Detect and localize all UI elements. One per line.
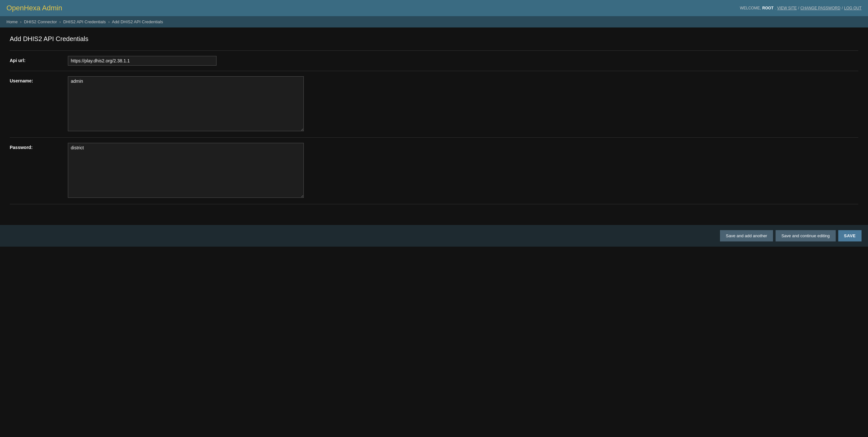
breadcrumb: Home › DHIS2 Connector › DHIS2 API Crede… [0, 16, 868, 28]
main-content: Add DHIS2 API Credentials Api url: Usern… [0, 28, 868, 212]
username-field: admin [68, 76, 858, 132]
password-textarea[interactable]: district [68, 143, 304, 198]
username-label: Username: [10, 76, 68, 84]
breadcrumb-home[interactable]: Home [6, 20, 18, 24]
header-navigation: WELCOME, ROOT . VIEW SITE / CHANGE PASSW… [740, 6, 862, 10]
password-label: Password: [10, 143, 68, 150]
log-out-link[interactable]: LOG OUT [844, 6, 862, 10]
breadcrumb-credentials-list[interactable]: DHIS2 API Credentials [63, 20, 106, 24]
api-url-label: Api url: [10, 56, 68, 63]
breadcrumb-connector[interactable]: DHIS2 Connector [24, 20, 57, 24]
page-title: Add DHIS2 API Credentials [10, 35, 858, 43]
header: OpenHexa Admin WELCOME, ROOT . VIEW SITE… [0, 0, 868, 16]
password-field: district [68, 143, 858, 199]
form: Api url: Username: admin Password: distr… [10, 51, 858, 204]
change-password-link[interactable]: CHANGE PASSWORD [801, 6, 840, 10]
save-button[interactable]: SAVE [838, 230, 862, 242]
password-row: Password: district [10, 138, 858, 204]
current-user: ROOT [762, 6, 774, 10]
action-bar: Save and add another Save and continue e… [0, 225, 868, 247]
welcome-text: WELCOME, [740, 6, 761, 10]
save-and-add-another-button[interactable]: Save and add another [720, 230, 773, 242]
username-row: Username: admin [10, 71, 858, 138]
app-title: OpenHexa Admin [6, 4, 62, 12]
view-site-link[interactable]: VIEW SITE [777, 6, 797, 10]
api-url-field [68, 56, 858, 66]
save-and-continue-button[interactable]: Save and continue editing [776, 230, 836, 242]
api-url-row: Api url: [10, 51, 858, 71]
username-textarea[interactable]: admin [68, 76, 304, 131]
api-url-input[interactable] [68, 56, 217, 66]
breadcrumb-current: Add DHIS2 API Credentials [112, 20, 163, 24]
